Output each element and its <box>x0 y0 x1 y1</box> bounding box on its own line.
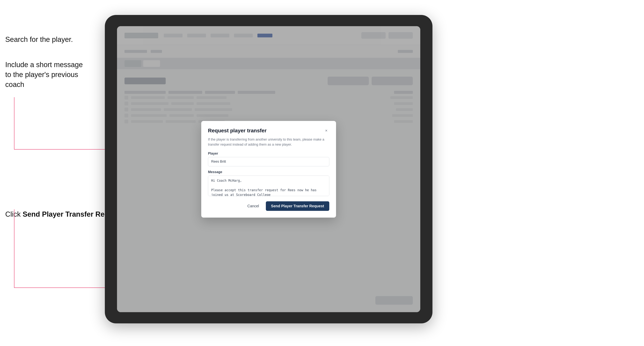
annotation-message-text: Include a short message to the player's … <box>5 60 83 90</box>
arrow-search-vertical <box>14 97 14 150</box>
modal-footer: Cancel Send Player Transfer Request <box>208 201 329 211</box>
send-transfer-request-button[interactable]: Send Player Transfer Request <box>266 201 329 211</box>
modal-description: If the player is transferring from anoth… <box>208 137 329 147</box>
message-field-label: Message <box>208 170 329 174</box>
modal-header: Request player transfer × <box>208 128 329 134</box>
message-textarea[interactable]: Hi Coach McHarg, Please accept this tran… <box>208 175 329 196</box>
modal-close-button[interactable]: × <box>323 128 329 134</box>
player-field-label: Player <box>208 152 329 156</box>
player-input[interactable] <box>208 157 329 166</box>
annotation-search-text: Search for the player. <box>5 35 73 44</box>
tablet-screen: Request player transfer × If the player … <box>117 26 420 312</box>
cancel-button[interactable]: Cancel <box>244 202 263 210</box>
modal-dialog: Request player transfer × If the player … <box>201 121 336 218</box>
arrow-click-vertical <box>14 209 14 288</box>
tablet-device: Request player transfer × If the player … <box>105 15 432 323</box>
modal-overlay: Request player transfer × If the player … <box>117 26 420 312</box>
modal-title: Request player transfer <box>208 128 266 134</box>
